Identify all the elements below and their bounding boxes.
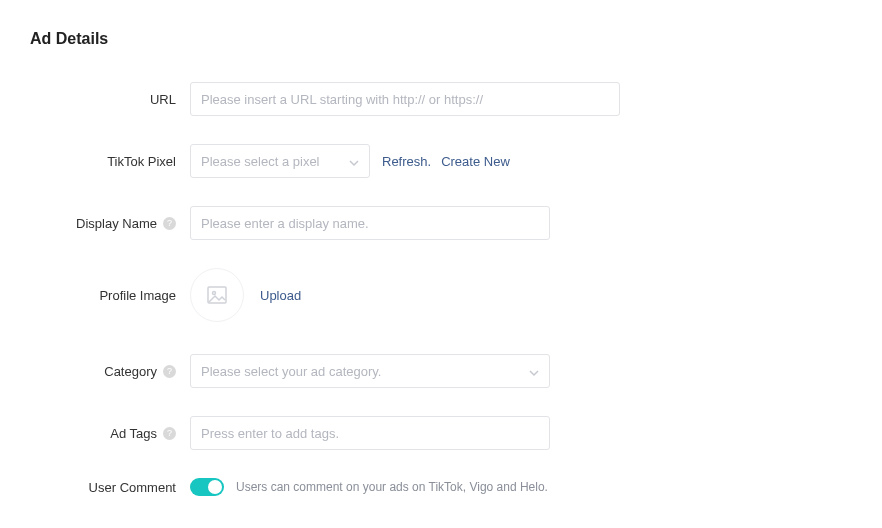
help-icon: ? bbox=[163, 217, 176, 230]
refresh-link[interactable]: Refresh. bbox=[382, 154, 431, 169]
category-label: Category bbox=[104, 364, 157, 379]
display-name-row: Display Name ? bbox=[30, 206, 852, 240]
create-new-link[interactable]: Create New bbox=[441, 154, 510, 169]
toggle-knob bbox=[208, 480, 222, 494]
ad-tags-input[interactable] bbox=[190, 416, 550, 450]
pixel-select[interactable]: Please select a pixel bbox=[190, 144, 370, 178]
category-placeholder: Please select your ad category. bbox=[201, 364, 381, 379]
url-label: URL bbox=[30, 92, 190, 107]
display-name-input[interactable] bbox=[190, 206, 550, 240]
profile-image-label: Profile Image bbox=[30, 288, 190, 303]
image-icon bbox=[205, 283, 229, 307]
display-name-label: Display Name bbox=[76, 216, 157, 231]
user-comment-row: User Comment Users can comment on your a… bbox=[30, 478, 852, 496]
pixel-label: TikTok Pixel bbox=[30, 154, 190, 169]
help-icon: ? bbox=[163, 365, 176, 378]
category-select[interactable]: Please select your ad category. bbox=[190, 354, 550, 388]
category-row: Category ? Please select your ad categor… bbox=[30, 354, 852, 388]
chevron-down-icon bbox=[529, 366, 539, 376]
user-comment-toggle[interactable] bbox=[190, 478, 224, 496]
ad-tags-row: Ad Tags ? bbox=[30, 416, 852, 450]
pixel-row: TikTok Pixel Please select a pixel Refre… bbox=[30, 144, 852, 178]
chevron-down-icon bbox=[349, 156, 359, 166]
upload-link[interactable]: Upload bbox=[260, 288, 301, 303]
user-comment-label: User Comment bbox=[30, 480, 190, 495]
help-icon: ? bbox=[163, 427, 176, 440]
url-row: URL bbox=[30, 82, 852, 116]
url-input[interactable] bbox=[190, 82, 620, 116]
user-comment-description: Users can comment on your ads on TikTok,… bbox=[236, 480, 548, 494]
profile-image-placeholder bbox=[190, 268, 244, 322]
page-title: Ad Details bbox=[30, 30, 852, 48]
svg-point-1 bbox=[213, 292, 216, 295]
pixel-placeholder: Please select a pixel bbox=[201, 154, 320, 169]
ad-tags-label: Ad Tags bbox=[110, 426, 157, 441]
profile-image-row: Profile Image Upload bbox=[30, 268, 852, 322]
